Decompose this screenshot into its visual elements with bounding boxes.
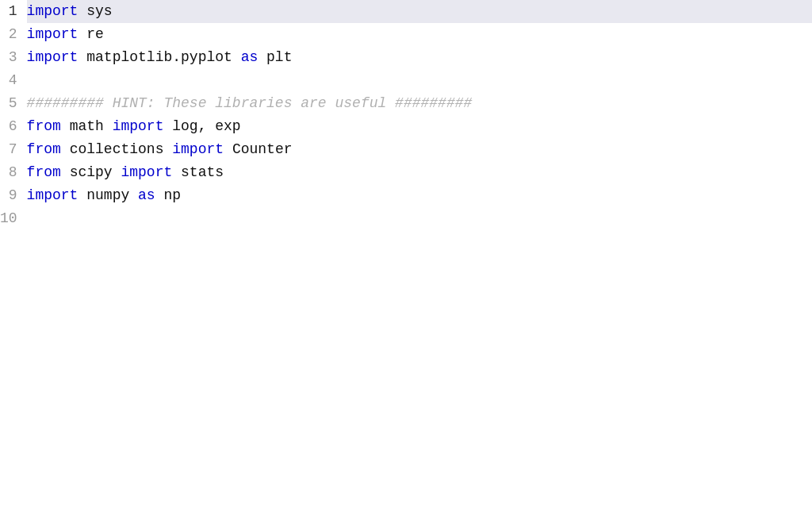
code-text: matplotlib.pyplot [78, 46, 240, 69]
code-text: np [155, 184, 181, 207]
keyword-import: import [27, 23, 79, 46]
code-line-4 [27, 69, 812, 92]
keyword-as: as [138, 184, 155, 207]
code-content[interactable]: import sys import re import matplotlib.p… [24, 0, 812, 508]
keyword-import: import [27, 46, 79, 69]
line-num-5: 5 [0, 92, 21, 115]
line-num-6: 6 [0, 115, 21, 138]
code-line-2: import re [27, 23, 812, 46]
line-num-7: 7 [0, 138, 21, 161]
keyword-import: import [27, 184, 79, 207]
code-line-10 [27, 207, 812, 230]
line-num-2: 2 [0, 23, 21, 46]
code-line-7: from collections import Counter [27, 138, 812, 161]
code-text: re [78, 23, 103, 46]
code-text: math [61, 115, 113, 138]
keyword-import: import [27, 0, 79, 23]
code-text: sys [78, 0, 112, 23]
line-num-1: 1 [0, 0, 21, 23]
code-editor: 1 2 3 4 5 6 7 8 9 10 import sys import r… [0, 0, 812, 508]
keyword-import: import [113, 115, 164, 138]
code-line-9: import numpy as np [27, 184, 812, 207]
keyword-import: import [172, 138, 224, 161]
code-text: numpy [78, 184, 138, 207]
keyword-as: as [241, 46, 259, 69]
comment-text: ######### HINT: These libraries are usef… [27, 92, 473, 115]
code-line-5: ######### HINT: These libraries are usef… [27, 92, 812, 115]
code-text: collections [61, 138, 172, 161]
keyword-import: import [121, 161, 172, 184]
line-num-4: 4 [0, 69, 21, 92]
code-text: Counter [224, 138, 292, 161]
line-num-3: 3 [0, 46, 21, 69]
code-line-3: import matplotlib.pyplot as plt [27, 46, 812, 69]
keyword-from: from [27, 115, 61, 138]
code-text: stats [172, 161, 224, 184]
code-text: scipy [61, 161, 121, 184]
code-line-8: from scipy import stats [27, 161, 812, 184]
code-text: plt [258, 46, 292, 69]
line-num-9: 9 [0, 184, 21, 207]
keyword-from: from [27, 138, 61, 161]
line-num-8: 8 [0, 161, 21, 184]
line-num-10: 10 [0, 207, 21, 230]
code-line-1: import sys [27, 0, 812, 23]
line-number-gutter: 1 2 3 4 5 6 7 8 9 10 [0, 0, 24, 508]
code-line-6: from math import log, exp [27, 115, 812, 138]
code-text: log, exp [163, 115, 240, 138]
keyword-from: from [27, 161, 61, 184]
